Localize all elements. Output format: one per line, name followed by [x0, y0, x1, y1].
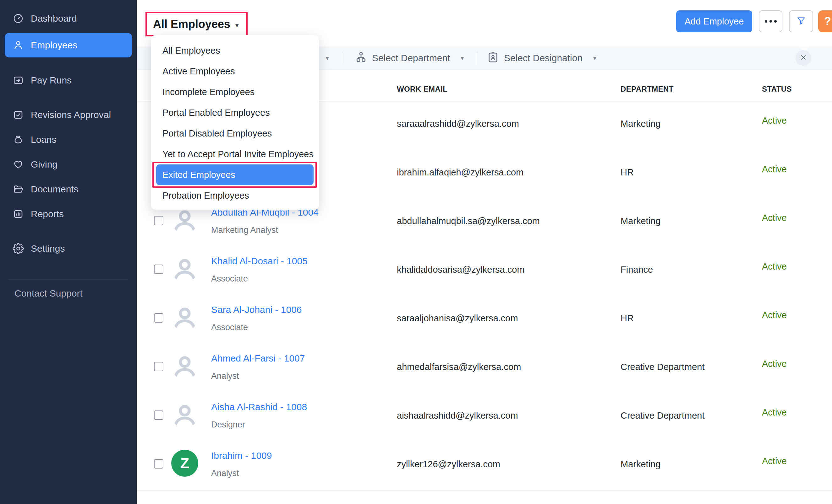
annotation-box-title: All Employees ▾ [146, 12, 248, 36]
employee-view-dropdown: All Employees Active Employees Incomplet… [151, 35, 319, 209]
table-row: Ahmed Al-Farsi - 1007 Analyst ahmedalfar… [137, 344, 832, 393]
add-employee-button[interactable]: Add Employee [676, 10, 752, 32]
table-bottom-divider [137, 490, 832, 491]
employee-department: HR [621, 313, 634, 324]
dropdown-item-label: Incomplete Employees [162, 87, 255, 97]
status-badge: Active [762, 407, 787, 418]
employee-name-link[interactable]: Ibrahim - 1009 [211, 450, 272, 461]
employee-department: Marketing [621, 119, 660, 129]
dropdown-item-label: Portal Disabled Employees [162, 128, 272, 138]
employee-department: Marketing [621, 459, 660, 470]
filter-button[interactable] [789, 10, 813, 32]
dropdown-item-active-employees[interactable]: Active Employees [151, 61, 319, 82]
page-title-dropdown-trigger[interactable]: All Employees [153, 18, 230, 30]
dropdown-item-label: Portal Enabled Employees [162, 108, 270, 118]
revisions-approval-icon [12, 109, 24, 120]
status-badge: Active [762, 456, 787, 466]
sidebar-item-documents[interactable]: Documents [0, 179, 137, 200]
select-designation-filter[interactable]: Select Designation ▾ [486, 47, 596, 70]
dropdown-item-label: Exited Employees [162, 170, 235, 180]
settings-icon [12, 243, 24, 254]
table-row: Z Ibrahim - 1009 Analyst zyllker126@zylk… [137, 442, 832, 490]
sidebar-nav: Dashboard Employees Pay Runs Revisions A… [0, 0, 137, 259]
hidden-filter-caret[interactable]: ▾ [326, 47, 329, 70]
row-checkbox[interactable] [154, 264, 163, 274]
dropdown-item-exited-employees[interactable]: Exited Employees [156, 164, 314, 185]
dropdown-item-yet-to-accept-portal-invite-employees[interactable]: Yet to Accept Portal Invite Employees [151, 144, 319, 164]
sidebar-item-label: Loans [31, 134, 56, 145]
avatar-placeholder-icon [171, 353, 198, 380]
dropdown-item-portal-disabled-employees[interactable]: Portal Disabled Employees [151, 123, 319, 144]
table-row: Sara Al-Johani - 1006 Associate saraaljo… [137, 296, 832, 344]
employee-role: Marketing Analyst [211, 225, 278, 235]
row-checkbox[interactable] [154, 411, 163, 420]
dropdown-item-all-employees[interactable]: All Employees [151, 40, 319, 61]
employee-department: HR [621, 167, 634, 178]
sidebar-item-label: Employees [31, 40, 77, 51]
sidebar-item-label: Giving [31, 159, 57, 170]
employee-name-link[interactable]: Aisha Al-Rashid - 1008 [211, 402, 307, 412]
sidebar-item-reports[interactable]: Reports [0, 204, 137, 224]
dropdown-item-label: Probation Employees [162, 191, 249, 200]
column-header-work-email: WORK EMAIL [397, 85, 447, 93]
employee-department: Finance [621, 264, 653, 275]
select-department-label: Select Department [372, 53, 450, 63]
status-badge: Active [762, 164, 787, 174]
row-checkbox[interactable] [154, 362, 163, 371]
sidebar: Dashboard Employees Pay Runs Revisions A… [0, 0, 137, 504]
employee-department: Marketing [621, 216, 660, 226]
sidebar-item-dashboard[interactable]: Dashboard [0, 8, 137, 29]
select-department-filter[interactable]: Select Department ▾ [355, 47, 464, 70]
employee-name-link[interactable]: Khalid Al-Dosari - 1005 [211, 256, 308, 267]
row-checkbox[interactable] [154, 313, 163, 323]
sidebar-item-pay-runs[interactable]: Pay Runs [0, 70, 137, 91]
employee-email: aishaalrashidd@zylkersa.com [397, 411, 518, 421]
status-badge: Active [762, 213, 787, 223]
chevron-down-icon: ▾ [593, 55, 596, 62]
row-checkbox[interactable] [154, 216, 163, 225]
sidebar-item-label: Revisions Approval [31, 110, 111, 120]
contact-support-link[interactable]: Contact Support [0, 288, 137, 299]
employee-email: saraaalrashidd@zylkersa.com [397, 119, 519, 129]
employee-name-link[interactable]: Ahmed Al-Farsi - 1007 [211, 353, 305, 364]
sidebar-item-employees[interactable]: Employees [5, 33, 132, 57]
sidebar-item-label: Settings [31, 243, 65, 254]
dropdown-item-label: All Employees [162, 46, 220, 56]
employee-department: Creative Department [621, 362, 705, 372]
employee-role: Associate [211, 274, 248, 284]
documents-icon [12, 184, 24, 195]
filter-divider [342, 51, 342, 65]
table-row: Khalid Al-Dosari - 1005 Associate khalid… [137, 247, 832, 296]
designation-badge-icon [486, 51, 500, 66]
employee-department: Creative Department [621, 411, 705, 421]
sidebar-item-giving[interactable]: Giving [0, 154, 137, 175]
employee-email: saraaljohanisa@zylkersa.com [397, 313, 518, 324]
employee-email: ahmedalfarsisa@zylkersa.com [397, 362, 521, 372]
employee-role: Associate [211, 323, 248, 332]
chevron-down-icon: ▾ [461, 55, 464, 62]
chevron-down-icon: ▾ [326, 55, 329, 62]
dropdown-item-probation-employees[interactable]: Probation Employees [151, 185, 319, 206]
dropdown-item-portal-enabled-employees[interactable]: Portal Enabled Employees [151, 102, 319, 123]
status-badge: Active [762, 359, 787, 369]
sidebar-item-settings[interactable]: Settings [0, 238, 137, 259]
row-checkbox[interactable] [154, 459, 163, 469]
employee-email: zyllker126@zylkersa.com [397, 459, 500, 470]
sidebar-item-label: Documents [31, 184, 79, 195]
more-options-button[interactable] [759, 10, 782, 32]
sidebar-item-label: Dashboard [31, 13, 77, 24]
employee-email: ibrahim.alfaqieh@zylkersa.com [397, 167, 523, 178]
dropdown-item-incomplete-employees[interactable]: Incomplete Employees [151, 82, 319, 102]
sidebar-item-loans[interactable]: Loans [0, 129, 137, 150]
clear-filters-button[interactable] [796, 50, 811, 66]
help-button[interactable]: ? [818, 10, 832, 32]
table-row: Aisha Al-Rashid - 1008 Designer aishaalr… [137, 393, 832, 442]
column-header-status: STATUS [762, 85, 792, 93]
sidebar-divider [8, 280, 129, 280]
employee-role: Analyst [211, 371, 239, 381]
avatar: Z [171, 450, 198, 477]
status-badge: Active [762, 310, 787, 320]
employee-name-link[interactable]: Sara Al-Johani - 1006 [211, 304, 302, 315]
loans-icon [12, 134, 24, 145]
sidebar-item-revisions-approval[interactable]: Revisions Approval [0, 105, 137, 125]
